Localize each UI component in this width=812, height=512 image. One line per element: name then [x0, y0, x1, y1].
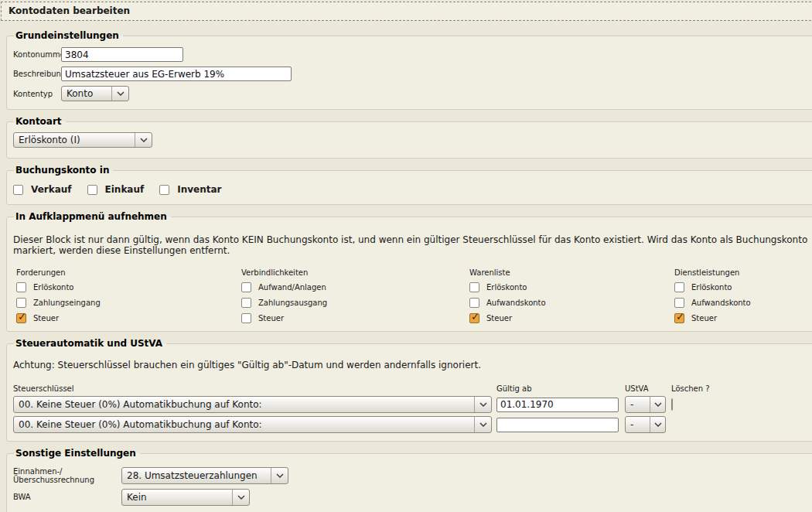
chevron-down-icon	[650, 397, 665, 412]
einkauf-checkbox[interactable]	[87, 185, 97, 195]
ustva-select-2-value: -	[626, 419, 650, 430]
einkauf-label: Einkauf	[105, 184, 145, 195]
gueltig-ab-input-2[interactable]	[496, 418, 619, 432]
section-grundeinstellungen: Grundeinstellungen Kontonummer Beschreib…	[6, 30, 812, 110]
euer-select[interactable]: 28. Umsatzsteuerzahlungen	[121, 467, 288, 484]
section-steuerautomatik-legend: Steuerautomatik und UStVA	[14, 338, 166, 349]
kontoart-select-value: Erlöskonto (I)	[14, 135, 135, 145]
warenliste-steuer-checkbox[interactable]	[469, 313, 479, 323]
gueltig-ab-input-1[interactable]	[496, 398, 619, 412]
warenliste-aufwandskonto-checkbox[interactable]	[469, 298, 479, 308]
dienstleistungen-erloeskonto-checkbox[interactable]	[674, 282, 684, 292]
kontentyp-select[interactable]: Konto	[61, 86, 129, 101]
dienstleistungen-erloeskonto-label: Erlöskonto	[691, 283, 732, 292]
forderungen-zahlungseingang-label: Zahlungseingang	[33, 299, 101, 307]
steuerautomatik-warning-text: Achtung: Steuerschlüssel brauchen ein gü…	[13, 360, 810, 370]
dienstleistungen-aufwandskonto-checkbox[interactable]	[674, 298, 684, 308]
kontentyp-label: Kontentyp	[13, 90, 61, 98]
chevron-down-icon	[474, 417, 491, 432]
forderungen-steuer-label: Steuer	[33, 314, 59, 323]
verbindlichkeiten-zahlungsausgang-checkbox[interactable]	[241, 298, 251, 308]
column-warenliste: Warenliste Erlöskonto Aufwandskonto Steu…	[469, 268, 674, 323]
steuerschluessel-select-1[interactable]: 00. Keine Steuer (0%) Automatikbuchung a…	[13, 396, 492, 413]
verbindlichkeiten-aufwand-label: Aufwand/Anlagen	[258, 283, 326, 292]
forderungen-zahlungseingang-checkbox[interactable]	[16, 298, 26, 308]
aufklappmenu-info-text: Dieser Block ist nur dann gültig, wenn d…	[13, 234, 810, 256]
euer-select-value: 28. Umsatzsteuerzahlungen	[122, 470, 271, 481]
dienstleistungen-steuer-checkbox[interactable]	[674, 313, 684, 323]
column-dienstleistungen: Dienstleistungen Erlöskonto Aufwandskont…	[674, 268, 810, 323]
bwa-select-value: Kein	[122, 492, 232, 503]
forderungen-erloeskonto-label: Erlöskonto	[33, 283, 73, 292]
beschreibung-label: Beschreibung	[13, 70, 61, 78]
column-warenliste-title: Warenliste	[469, 268, 674, 277]
header-gueltig-ab: Gültig ab	[496, 384, 625, 393]
steuerschluessel-select-2[interactable]: 00. Keine Steuer (0%) Automatikbuchung a…	[13, 416, 492, 433]
loeschen-checkbox-1[interactable]	[671, 398, 673, 411]
euer-label: Einnahmen-/Überschussrechnung	[13, 467, 121, 484]
verkauf-label: Verkauf	[31, 184, 72, 195]
section-aufklappmenu: In Aufklappmenü aufnehmen Dieser Block i…	[6, 211, 812, 332]
kontoart-select[interactable]: Erlöskonto (I)	[13, 132, 152, 148]
header-ustva: UStVA	[625, 384, 671, 393]
inventar-checkbox[interactable]	[159, 185, 169, 195]
forderungen-erloeskonto-checkbox[interactable]	[16, 282, 26, 292]
column-forderungen: Forderungen Erlöskonto Zahlungseingang S…	[16, 268, 241, 323]
column-forderungen-title: Forderungen	[16, 268, 241, 277]
kontonummer-input[interactable]	[61, 47, 183, 62]
header-loeschen: Löschen ?	[671, 384, 810, 393]
chevron-down-icon	[111, 87, 128, 101]
section-buchungskonto: Buchungskonto in Verkauf Einkauf Inventa…	[6, 165, 812, 205]
warenliste-steuer-label: Steuer	[486, 314, 512, 323]
column-verbindlichkeiten: Verbindlichkeiten Aufwand/Anlagen Zahlun…	[241, 268, 469, 323]
warenliste-aufwandskonto-label: Aufwandskonto	[486, 299, 546, 307]
section-kontoart-legend: Kontoart	[14, 116, 66, 127]
steuerschluessel-select-1-value: 00. Keine Steuer (0%) Automatikbuchung a…	[14, 399, 474, 410]
steuerschluessel-select-2-value: 00. Keine Steuer (0%) Automatikbuchung a…	[14, 419, 474, 430]
steuer-row: 00. Keine Steuer (0%) Automatikbuchung a…	[13, 396, 810, 413]
chevron-down-icon	[650, 417, 665, 432]
warenliste-erloeskonto-label: Erlöskonto	[486, 283, 527, 292]
section-grundeinstellungen-legend: Grundeinstellungen	[14, 30, 123, 41]
section-sonstige: Sonstige Einstellungen Einnahmen-/Übersc…	[6, 448, 812, 512]
bwa-label: BWA	[13, 493, 121, 501]
kontonummer-label: Kontonummer	[13, 50, 61, 59]
column-verbindlichkeiten-title: Verbindlichkeiten	[241, 268, 469, 277]
inventar-label: Inventar	[177, 184, 221, 195]
dienstleistungen-steuer-label: Steuer	[691, 314, 717, 323]
column-dienstleistungen-title: Dienstleistungen	[674, 268, 810, 277]
verbindlichkeiten-zahlungsausgang-label: Zahlungsausgang	[258, 299, 327, 307]
page-title: Kontodaten bearbeiten	[1, 2, 812, 21]
section-steuerautomatik: Steuerautomatik und UStVA Achtung: Steue…	[6, 338, 812, 442]
section-buchungskonto-legend: Buchungskonto in	[14, 165, 113, 176]
verkauf-checkbox[interactable]	[13, 185, 23, 195]
steuer-row: 00. Keine Steuer (0%) Automatikbuchung a…	[13, 416, 810, 433]
chevron-down-icon	[474, 397, 491, 412]
bwa-select[interactable]: Kein	[121, 489, 250, 506]
ustva-select-2[interactable]: -	[625, 416, 666, 433]
buchungskonto-option: Inventar	[159, 184, 224, 195]
header-steuerschluessel: Steuerschlüssel	[13, 384, 496, 393]
buchungskonto-option: Einkauf	[87, 184, 148, 195]
section-sonstige-legend: Sonstige Einstellungen	[14, 448, 140, 459]
chevron-down-icon	[232, 490, 249, 505]
ustva-select-1[interactable]: -	[625, 396, 666, 413]
verbindlichkeiten-aufwand-checkbox[interactable]	[241, 282, 251, 292]
warenliste-erloeskonto-checkbox[interactable]	[469, 282, 479, 292]
verbindlichkeiten-steuer-checkbox[interactable]	[241, 313, 251, 323]
section-aufklappmenu-legend: In Aufklappmenü aufnehmen	[14, 211, 171, 222]
verbindlichkeiten-steuer-label: Steuer	[258, 314, 284, 323]
section-kontoart: Kontoart Erlöskonto (I)	[6, 116, 812, 159]
chevron-down-icon	[135, 133, 152, 147]
chevron-down-icon	[271, 468, 288, 483]
beschreibung-input[interactable]	[61, 67, 292, 81]
ustva-select-1-value: -	[626, 399, 650, 410]
kontentyp-select-value: Konto	[62, 88, 111, 99]
dienstleistungen-aufwandskonto-label: Aufwandskonto	[691, 299, 751, 307]
buchungskonto-option: Verkauf	[13, 184, 75, 195]
forderungen-steuer-checkbox[interactable]	[16, 313, 26, 323]
